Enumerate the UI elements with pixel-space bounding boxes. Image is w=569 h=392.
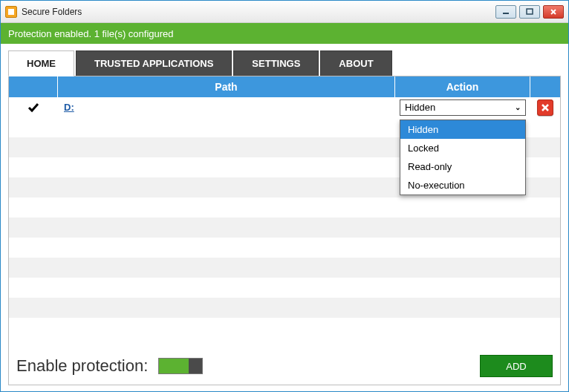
maximize-button[interactable] [519, 5, 540, 19]
row-path-cell: D: [58, 97, 395, 117]
row-check-cell[interactable] [9, 97, 58, 117]
table-body: D: Hidden ⌄ Hidden Locked Read-only [9, 97, 560, 347]
add-button[interactable]: ADD [480, 355, 553, 377]
tab-settings[interactable]: SETTINGS [233, 50, 319, 76]
footer: Enable protection: ADD [9, 347, 560, 385]
tab-bar: HOME TRUSTED APPLICATIONS SETTINGS ABOUT [1, 44, 568, 76]
svg-rect-1 [527, 9, 533, 14]
action-select[interactable]: Hidden ⌄ [400, 99, 526, 116]
table-row-empty [9, 218, 560, 238]
titlebar: Secure Folders [1, 1, 568, 23]
table-row-empty [9, 197, 560, 218]
enable-protection-toggle[interactable] [158, 358, 203, 374]
path-link[interactable]: D: [64, 102, 74, 113]
maximize-icon [526, 8, 533, 16]
action-option-locked[interactable]: Locked [400, 139, 525, 157]
column-delete [530, 76, 560, 97]
checkmark-icon [27, 101, 40, 114]
table-row-empty [9, 238, 560, 258]
app-window: Secure Folders Protection enabled. 1 fil… [0, 0, 569, 392]
app-icon [5, 6, 17, 18]
tab-about[interactable]: ABOUT [320, 50, 391, 76]
content-wrap: Path Action D: [1, 76, 568, 391]
status-text: Protection enabled. 1 file(s) configured [8, 28, 174, 39]
action-select-value: Hidden [405, 102, 435, 113]
enable-protection-label: Enable protection: [16, 356, 148, 376]
tab-home[interactable]: HOME [8, 50, 74, 76]
column-action[interactable]: Action [395, 76, 530, 97]
window-controls [495, 5, 564, 19]
chevron-down-icon: ⌄ [515, 103, 521, 111]
column-check[interactable] [9, 76, 58, 97]
window-title: Secure Folders [22, 7, 495, 17]
table-row-empty [9, 258, 560, 278]
action-dropdown: Hidden Locked Read-only No-execution [400, 120, 526, 195]
delete-row-button[interactable] [537, 99, 553, 116]
minimize-button[interactable] [495, 5, 516, 19]
action-option-hidden[interactable]: Hidden [400, 120, 525, 139]
table-row-empty [9, 298, 560, 318]
table-row: D: Hidden ⌄ Hidden Locked Read-only [9, 97, 560, 117]
status-bar: Protection enabled. 1 file(s) configured [1, 23, 568, 44]
close-button[interactable] [543, 5, 564, 19]
action-option-no-execution[interactable]: No-execution [400, 176, 525, 195]
content: Path Action D: [8, 76, 561, 385]
table-row-empty [9, 278, 560, 298]
minimize-icon [502, 8, 510, 16]
table-header: Path Action [9, 76, 560, 97]
toggle-on-track [159, 359, 189, 373]
toggle-knob [189, 359, 202, 373]
row-action-cell: Hidden ⌄ Hidden Locked Read-only No-exec… [395, 97, 530, 117]
tab-trusted-applications[interactable]: TRUSTED APPLICATIONS [76, 50, 232, 76]
row-delete-cell [530, 97, 560, 117]
action-option-read-only[interactable]: Read-only [400, 157, 525, 176]
column-path[interactable]: Path [58, 76, 395, 97]
close-icon [550, 8, 557, 16]
delete-icon [541, 103, 550, 112]
